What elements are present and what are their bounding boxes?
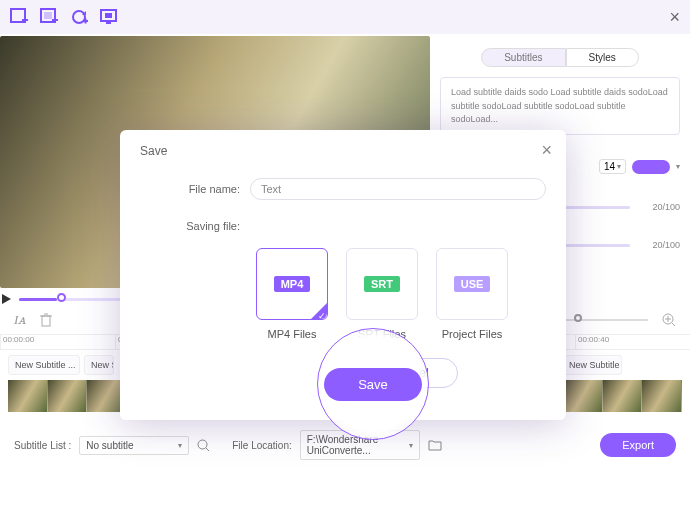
filename-label: File name: — [140, 183, 240, 195]
filetype-srt[interactable]: SRT SRT Files — [346, 248, 418, 340]
filetype-mp4[interactable]: MP4 MP4 Files — [256, 248, 328, 340]
modal-overlay: Save × File name: Saving file: MP4 MP4 F… — [0, 0, 690, 512]
dialog-title: Save — [140, 144, 546, 158]
close-icon[interactable]: × — [541, 140, 552, 161]
save-button[interactable]: Save — [324, 368, 422, 401]
filetype-project[interactable]: USE Project Files — [436, 248, 508, 340]
save-highlight: Save — [317, 328, 429, 440]
save-dialog: Save × File name: Saving file: MP4 MP4 F… — [120, 130, 566, 420]
filename-input[interactable] — [250, 178, 546, 200]
saving-file-label: Saving file: — [140, 220, 240, 232]
